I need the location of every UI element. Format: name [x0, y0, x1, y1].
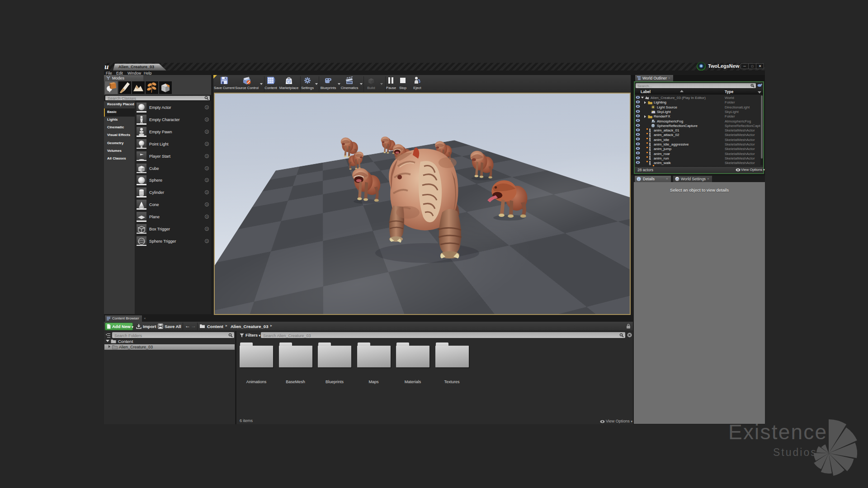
svg-text:i: i: [638, 178, 639, 181]
